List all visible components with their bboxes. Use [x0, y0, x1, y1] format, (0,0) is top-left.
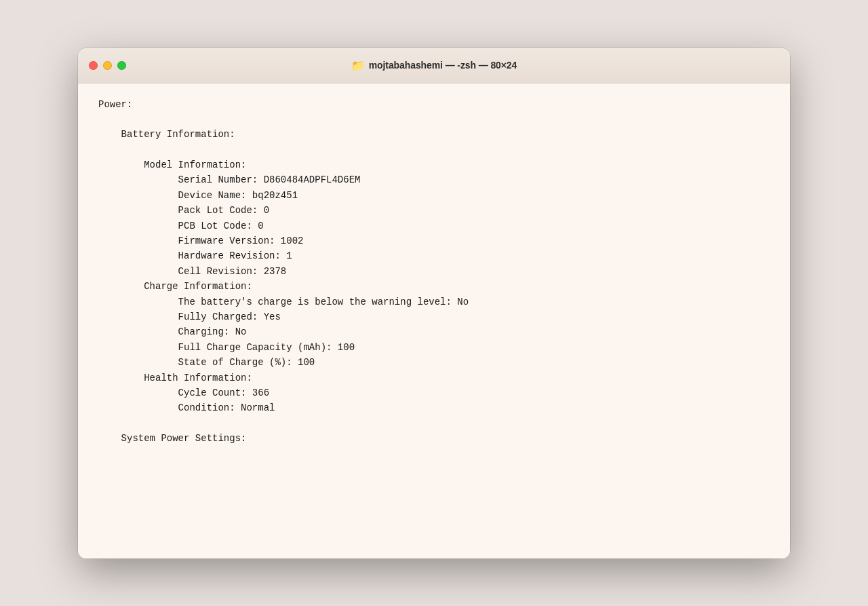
folder-icon: 📁 [351, 59, 365, 72]
maximize-button[interactable] [117, 61, 126, 70]
titlebar-center: 📁 mojtabahashemi — -zsh — 80×24 [351, 59, 517, 72]
terminal-window: 📁 mojtabahashemi — -zsh — 80×24 Power: B… [78, 48, 790, 558]
terminal-output: Power: Battery Information: Model Inform… [98, 97, 770, 447]
terminal-body[interactable]: Power: Battery Information: Model Inform… [78, 83, 790, 558]
titlebar: 📁 mojtabahashemi — -zsh — 80×24 [78, 48, 790, 83]
close-button[interactable] [89, 61, 98, 70]
traffic-lights [89, 61, 126, 70]
minimize-button[interactable] [103, 61, 112, 70]
window-title: mojtabahashemi — -zsh — 80×24 [369, 60, 517, 71]
